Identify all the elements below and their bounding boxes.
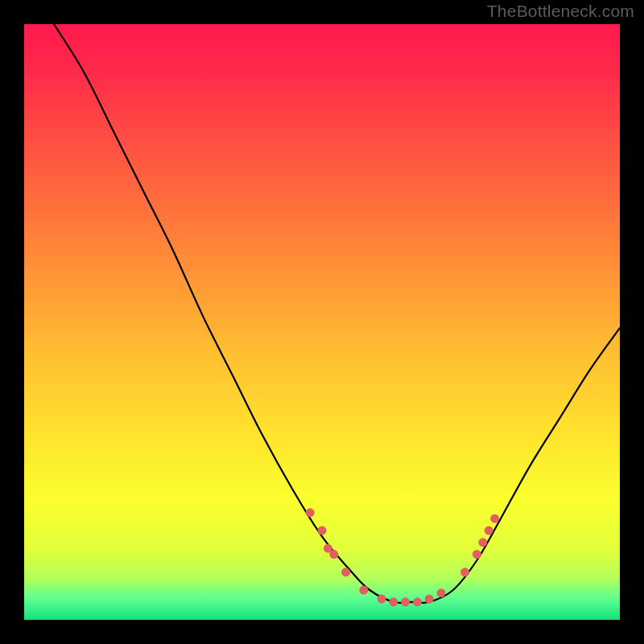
- bottleneck-curve: [24, 24, 620, 620]
- data-point-marker: [306, 508, 315, 517]
- data-point-marker: [341, 568, 350, 576]
- data-point-marker: [478, 538, 487, 547]
- data-point-marker: [401, 597, 410, 606]
- data-point-marker: [473, 550, 481, 559]
- data-point-marker: [490, 514, 499, 523]
- watermark-text: TheBottleneck.com: [487, 2, 634, 21]
- data-point-marker: [413, 597, 422, 606]
- data-point-marker: [437, 588, 446, 597]
- data-point-marker: [359, 586, 368, 595]
- chart-frame: [24, 24, 620, 620]
- data-point-marker: [485, 526, 493, 535]
- data-point-marker: [378, 595, 386, 604]
- data-point-marker: [329, 550, 338, 559]
- data-point-marker: [389, 597, 398, 606]
- data-point-marker: [318, 526, 327, 535]
- data-point-marker: [460, 568, 469, 576]
- data-point-marker: [425, 595, 434, 604]
